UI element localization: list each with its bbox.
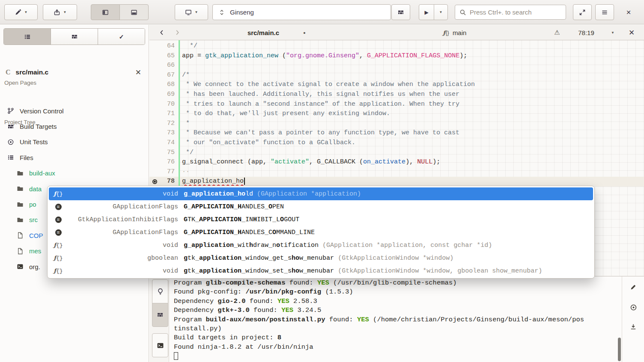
search-input[interactable] bbox=[470, 9, 560, 16]
line-text: * We connect to the activate signal to c… bbox=[182, 80, 475, 90]
toggle-bottom-panel-button[interactable] bbox=[119, 4, 149, 20]
global-search[interactable] bbox=[455, 5, 566, 20]
completion-params: (GApplication *application) bbox=[257, 190, 361, 198]
code-line-78[interactable]: 78g_application_ho bbox=[149, 177, 644, 187]
completion-row-1[interactable]: =GApplicationFlagsG_APPLICATION_HANDLES_… bbox=[49, 200, 593, 213]
cursor-position: 78:19 bbox=[571, 25, 601, 40]
code-line-76[interactable]: 76g_signal_connect (app, "activate", G_C… bbox=[149, 157, 644, 167]
target-icon-button[interactable] bbox=[626, 300, 640, 315]
build-button[interactable] bbox=[391, 4, 410, 20]
build-output[interactable]: Program glib-compile-schemas found: YES … bbox=[174, 279, 617, 361]
output-line-3: Dependency gtk+-3.0 found: YES 3.24.5 bbox=[174, 306, 617, 315]
updown-icon bbox=[219, 9, 225, 16]
brush-icon-button[interactable] bbox=[626, 280, 640, 294]
code-line-72[interactable]: 72 * bbox=[149, 119, 644, 129]
c-language-icon: C bbox=[6, 68, 11, 76]
line-number: 76 bbox=[149, 157, 175, 167]
search-icon bbox=[459, 9, 466, 16]
export-icon bbox=[54, 9, 60, 16]
close-window-button[interactable]: × bbox=[618, 4, 639, 20]
completion-return-type: GApplicationFlags bbox=[64, 203, 178, 211]
build-output-panel-button[interactable] bbox=[152, 303, 168, 327]
toggle-left-panel-button[interactable] bbox=[91, 4, 120, 20]
list-icon bbox=[7, 154, 14, 161]
line-number: 75 bbox=[149, 148, 175, 158]
completion-row-6[interactable]: ƒ{}voidgtk_application_window_set_show_m… bbox=[49, 264, 593, 277]
line-text: * bbox=[182, 119, 190, 129]
chevron-down-icon: ▼ bbox=[611, 31, 614, 35]
download-icon-button[interactable] bbox=[626, 320, 640, 334]
panel-scrollbar-thumb[interactable] bbox=[618, 338, 621, 361]
close-page-icon[interactable]: ✕ bbox=[135, 68, 141, 77]
run-button[interactable]: ▶ bbox=[419, 4, 434, 20]
line-text: g_signal_connect (app, "activate", G_CAL… bbox=[182, 157, 440, 167]
completion-row-0[interactable]: ƒ{}voidg_application_hold(GApplication *… bbox=[49, 187, 593, 200]
code-line-73[interactable]: 73 * Because we can't pass a pointer to … bbox=[149, 128, 644, 138]
panel-bottom-icon bbox=[131, 9, 137, 16]
close-editor-button[interactable]: ✕ bbox=[623, 25, 640, 40]
completion-return-type: void bbox=[64, 242, 178, 249]
line-number: 77 bbox=[149, 167, 175, 177]
messages-panel-button[interactable] bbox=[152, 279, 168, 303]
nav-forward-button[interactable] bbox=[170, 25, 185, 40]
run-options-dropdown[interactable]: ▼ bbox=[434, 4, 448, 20]
editor-options-dropdown[interactable]: ▼ bbox=[606, 25, 619, 40]
code-line-64[interactable]: 64 */ bbox=[149, 42, 644, 51]
output-line-0: Program glib-compile-schemas found: YES … bbox=[174, 279, 617, 288]
tab-pages[interactable] bbox=[4, 29, 51, 45]
tab-todo[interactable]: ✓ bbox=[98, 29, 145, 45]
folder-icon bbox=[17, 170, 24, 177]
fullscreen-button[interactable] bbox=[573, 4, 592, 20]
code-line-70[interactable]: 70 * tries to launch a "second instance"… bbox=[149, 100, 644, 110]
line-text: * to do that, we'll just present any exi… bbox=[182, 109, 390, 119]
code-line-69[interactable]: 69 * has been lauched. Additionally, thi… bbox=[149, 90, 644, 100]
completion-row-3[interactable]: =GApplicationFlagsG_APPLICATION_HANDLES_… bbox=[49, 226, 593, 239]
enum-icon: = bbox=[52, 229, 64, 236]
symbol-breadcrumb[interactable]: ƒ{} main bbox=[431, 25, 478, 40]
code-line-75[interactable]: 75 */ bbox=[149, 148, 644, 158]
tree-item-label: src bbox=[29, 216, 38, 223]
export-dropdown-button[interactable]: ▼ bbox=[43, 4, 77, 20]
output-line-7: Found ninja-1.8.2 at /usr/bin/ninja bbox=[174, 343, 617, 352]
tree-item-unit-tests[interactable]: Unit Tests bbox=[0, 134, 149, 150]
function-icon: ƒ{} bbox=[52, 267, 64, 274]
device-dropdown-button[interactable]: ▼ bbox=[175, 4, 208, 20]
tab-build[interactable] bbox=[51, 29, 98, 45]
display-icon bbox=[185, 9, 192, 16]
code-line-74[interactable]: 74 * our "on_activate" function to a GCa… bbox=[149, 138, 644, 148]
tree-item-files[interactable]: Files bbox=[0, 150, 149, 165]
completion-row-2[interactable]: =GtkApplicationInhibitFlagsGTK_APPLICATI… bbox=[49, 213, 593, 226]
output-line-2: Dependency gio-2.0 found: YES 2.58.3 bbox=[174, 297, 617, 306]
tree-item-label: Version Control bbox=[20, 107, 64, 115]
code-line-71[interactable]: 71 * to do that, we'll just present any … bbox=[149, 109, 644, 119]
open-page-item[interactable]: C src/main.c ✕ bbox=[0, 64, 149, 80]
header-bar: ▼ ▼ ▼ Ginseng ▶ ▼ bbox=[0, 0, 644, 24]
tree-item-build-aux[interactable]: build-aux bbox=[0, 166, 149, 181]
code-line-65[interactable]: 65app = gtk_application_new ("org.gnome.… bbox=[149, 51, 644, 61]
terminal-panel-button[interactable] bbox=[152, 333, 168, 357]
check-icon: ✓ bbox=[119, 33, 124, 40]
nav-back-button[interactable] bbox=[155, 25, 169, 40]
completion-row-4[interactable]: ƒ{}voidg_application_withdraw_notificati… bbox=[49, 239, 593, 252]
code-line-67[interactable]: 67/* bbox=[149, 71, 644, 80]
tree-item-version-control[interactable]: Version Control bbox=[0, 103, 149, 119]
edit-dropdown-button[interactable]: ▼ bbox=[4, 4, 38, 20]
warning-icon[interactable]: ⚠ bbox=[551, 25, 564, 40]
completion-return-type: GtkApplicationInhibitFlags bbox=[64, 216, 178, 223]
line-text: * our "on_activate" function to a GCallb… bbox=[182, 138, 355, 148]
function-icon: ƒ{} bbox=[52, 242, 64, 249]
completion-row-5[interactable]: ƒ{}gbooleangtk_application_window_get_sh… bbox=[49, 252, 593, 264]
tree-item-label: COP bbox=[29, 232, 43, 239]
tree-item-label: mes bbox=[29, 247, 41, 255]
code-line-77[interactable]: 77·· bbox=[149, 167, 644, 177]
project-selector[interactable]: Ginseng bbox=[212, 4, 391, 20]
target-icon bbox=[7, 139, 14, 145]
menu-button[interactable] bbox=[595, 4, 614, 20]
code-line-66[interactable]: 66 bbox=[149, 61, 644, 71]
terminal-cursor bbox=[174, 352, 178, 360]
tree-item-build-targets[interactable]: Build Targets bbox=[0, 119, 149, 134]
symbol-name: main bbox=[453, 29, 467, 36]
play-icon: ▶ bbox=[424, 9, 428, 15]
code-line-68[interactable]: 68 * We connect to the activate signal t… bbox=[149, 80, 644, 90]
bricks-icon bbox=[7, 123, 14, 130]
